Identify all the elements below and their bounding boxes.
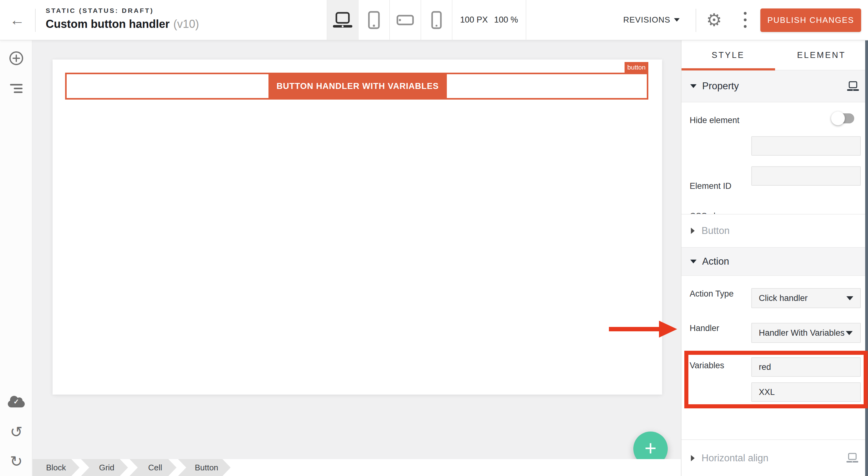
element-id-input[interactable] [751,136,861,156]
add-element-button[interactable] [0,44,33,72]
options-panel: STYLE ELEMENT Property Hide element Elem… [681,40,868,476]
kebab-menu-icon [744,12,747,15]
revisions-dropdown[interactable]: REVISIONS [620,0,683,40]
title-block: STATIC (STATUS: DRAFT) Custom button han… [46,7,199,31]
device-desktop-button[interactable] [327,0,358,40]
section-button-header[interactable]: Button [682,214,868,247]
undo-icon: ↺ [10,425,23,440]
cloud-check-icon: ✓ [8,400,25,408]
mobile-portrait-icon [431,11,442,29]
active-tab-indicator [682,68,775,70]
more-options-button[interactable] [737,0,753,40]
device-mobile-portrait-button[interactable] [421,0,452,40]
variable-input-1[interactable] [751,357,861,377]
back-button[interactable]: ← [0,0,34,40]
laptop-icon [846,453,859,463]
tablet-icon [368,11,380,29]
hide-element-toggle[interactable] [834,113,854,123]
divider [35,9,36,32]
handler-label: Handler [690,324,719,333]
breadcrumb: Block Grid Cell Button [33,459,681,476]
page-status: STATIC (STATUS: DRAFT) [46,7,199,14]
panel-scrollbar[interactable] [865,40,868,476]
selected-element-outline[interactable]: button BUTTON HANDLER WITH VARIABLES [65,73,648,99]
canvas-page [53,59,662,394]
redo-icon: ↻ [10,454,23,469]
caret-right-icon [691,455,695,461]
viewport-width: 100 PX [460,15,488,25]
panel-tabs: STYLE ELEMENT [682,40,868,70]
variable-input-2[interactable] [751,382,861,402]
breadcrumb-item-cell[interactable]: Cell [129,459,177,476]
breadcrumb-item-block[interactable]: Block [33,459,80,476]
handler-select[interactable]: Handler With Variables [751,323,861,343]
viewport-zoom: 100 % [494,15,518,25]
device-mobile-landscape-button[interactable] [389,0,421,40]
annotation-arrow [609,327,659,331]
device-tablet-button[interactable] [358,0,389,40]
page-title: Custom button handler [46,18,169,31]
viewport-info: 100 PX 100 % [452,0,526,40]
chevron-down-icon [846,331,852,335]
undo-button[interactable]: ↺ [0,418,33,446]
section-property-header[interactable]: Property [682,70,868,102]
section-horizontal-align-header[interactable]: Horizontal align [682,439,868,476]
canvas-area: button BUTTON HANDLER WITH VARIABLES + [33,40,681,476]
back-arrow-icon: ← [10,12,25,28]
caret-right-icon [691,228,695,234]
desktop-icon [333,12,353,28]
action-type-label: Action Type [690,289,734,299]
page-builder-app: ← STATIC (STATUS: DRAFT) Custom button h… [0,0,868,476]
canvas-button-element[interactable]: BUTTON HANDLER WITH VARIABLES [269,74,447,98]
divider [695,9,696,32]
tree-view-icon [10,84,23,93]
caret-down-icon [690,260,696,263]
tab-style[interactable]: STYLE [682,40,775,70]
redo-button[interactable]: ↻ [0,447,33,476]
publish-changes-button[interactable]: PUBLISH CHANGES [761,8,861,32]
mobile-landscape-icon [397,14,414,26]
element-id-label: Element ID [690,181,732,191]
laptop-icon [847,81,859,91]
section-action-header[interactable]: Action [682,247,868,276]
plus-circle-icon [9,51,24,65]
plus-icon: + [645,438,657,458]
section-title: Property [702,81,739,92]
element-tag-badge: button [625,62,648,73]
top-bar: ← STATIC (STATUS: DRAFT) Custom button h… [0,0,868,40]
breadcrumb-item-button[interactable]: Button [178,459,230,476]
page-version: (v10) [173,18,199,31]
hide-element-label: Hide element [690,116,739,125]
section-title: Action [702,256,729,267]
caret-down-icon [690,84,696,88]
tree-view-button[interactable] [0,74,33,102]
device-switcher: 100 PX 100 % [327,0,526,40]
variables-label: Variables [690,361,724,370]
gear-icon: ⚙ [706,10,722,30]
annotation-arrow-head [659,321,677,337]
chevron-down-icon [674,18,680,22]
breadcrumb-item-grid[interactable]: Grid [81,459,128,476]
settings-button[interactable]: ⚙ [702,0,726,40]
save-status-button[interactable]: ✓ [0,389,33,417]
left-sidebar: ✓ ↺ ↻ [0,40,33,476]
tab-element[interactable]: ELEMENT [775,40,868,70]
action-type-select[interactable]: Click handler [751,288,861,308]
revisions-label: REVISIONS [623,15,671,25]
chevron-down-icon [846,296,853,300]
css-class-input[interactable] [751,166,861,186]
